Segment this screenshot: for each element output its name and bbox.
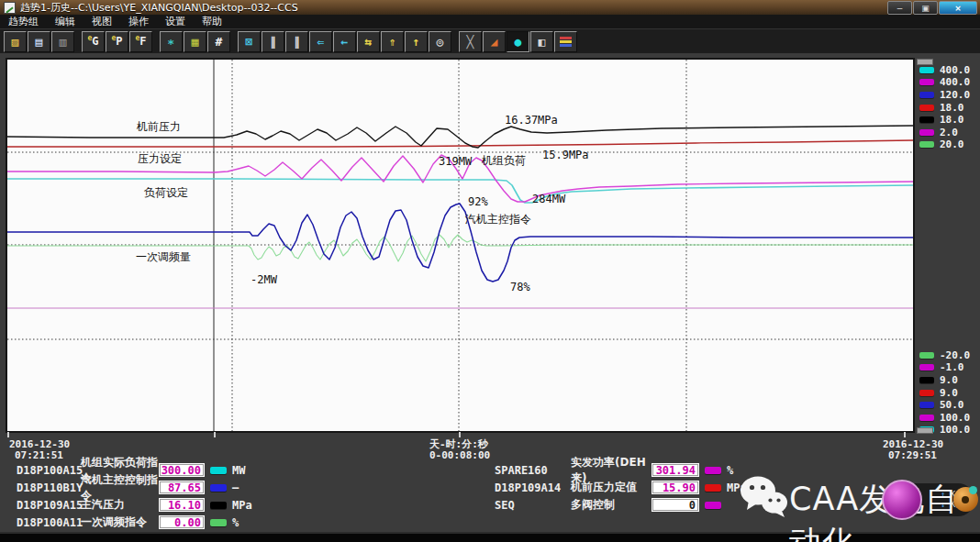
marker-button[interactable]: ◢ xyxy=(483,31,506,52)
legend-scale-value: 120.0 xyxy=(940,89,970,101)
next-page-button[interactable]: ↑ xyxy=(405,31,428,52)
legend-swatch xyxy=(919,105,934,111)
print-button[interactable]: ▥ xyxy=(51,31,74,52)
color-stripe xyxy=(560,37,572,39)
page-left-button[interactable]: ⇐ xyxy=(309,31,332,52)
legend-scale-value: 400.0 xyxy=(940,76,970,88)
group-p-button[interactable]: eP xyxy=(106,31,128,52)
tag-value-box: 301.94 xyxy=(651,463,699,477)
legend-scale-row: -20.0 xyxy=(919,349,970,361)
network-icon: ∗ xyxy=(168,36,175,48)
open-trend-button[interactable]: ▨ xyxy=(4,31,27,52)
pen-edit-button[interactable]: ╳ xyxy=(459,31,482,52)
menu-bar: 趋势组编辑视图操作设置帮助 xyxy=(0,15,980,28)
legend-scale-row: 100.0 xyxy=(919,412,970,424)
expand-x-button[interactable]: ∥ xyxy=(285,31,308,52)
tag-name: D18P110B1Y xyxy=(17,481,81,494)
time-axis-tick xyxy=(904,432,906,437)
menu-item-1[interactable]: 编辑 xyxy=(47,15,84,28)
floating-ball-icon[interactable] xyxy=(882,480,922,520)
trend-curves[interactable] xyxy=(7,60,913,431)
value-annotation: 汽机主控指令 xyxy=(465,212,531,227)
close-button[interactable]: × xyxy=(939,1,977,15)
network-button[interactable]: ∗ xyxy=(160,31,183,52)
tag-unit: MW xyxy=(232,464,245,477)
tag-row: D18P110B1Y汽机主控控制指令87.65– xyxy=(17,479,252,496)
tag-name: D18P109A15 xyxy=(17,499,81,512)
axis-end-timestamp: 2016-12-30 07:29:51 xyxy=(883,439,943,461)
legend-swatch xyxy=(919,92,934,98)
record-toggle-icon: ● xyxy=(515,36,522,48)
menu-item-4[interactable]: 设置 xyxy=(157,15,194,28)
compress-x-button[interactable]: ∥ xyxy=(262,31,284,52)
tag-color-swatch xyxy=(210,519,227,526)
tag-value-box: 0 xyxy=(651,498,699,512)
trend-history-window: 趋势1-历史--C:\Users\YE_XIANGQIAN\Desktop--0… xyxy=(0,0,980,542)
next-page-icon: ↑ xyxy=(413,36,420,48)
value-annotation: 15.9MPa xyxy=(542,149,589,161)
tag-row: SPARE160实发功率(DEH来)301.94% xyxy=(495,461,747,479)
legend-scale-row: 2.0 xyxy=(919,127,970,138)
legend-scale-row: 50.0 xyxy=(919,399,970,411)
grid-toggle-button[interactable]: # xyxy=(207,31,230,52)
legend-scale-value: 20.0 xyxy=(940,138,964,150)
assistive-ball-icon[interactable] xyxy=(953,487,978,512)
save-button[interactable]: ▤ xyxy=(28,31,50,52)
page-up-button[interactable]: ⇑ xyxy=(381,31,404,52)
zoom-box-button[interactable]: ⊠ xyxy=(238,31,261,52)
legend-scrollbar-bottom[interactable] xyxy=(917,427,933,434)
value-annotation: 16.37MPa xyxy=(505,114,558,127)
pen-edit-icon: ╳ xyxy=(467,36,474,48)
legend-scale-row: 400.0 xyxy=(919,77,970,89)
tag-description: 机前压力定值 xyxy=(571,480,651,495)
menu-item-0[interactable]: 趋势组 xyxy=(0,15,47,28)
tag-color-swatch xyxy=(705,502,721,509)
legend-scale-value: 18.0 xyxy=(940,114,964,126)
menu-item-2[interactable]: 视图 xyxy=(84,15,120,28)
curve-label: 机前压力 xyxy=(137,119,181,135)
display-button[interactable]: ▦ xyxy=(184,31,206,52)
legend-scale-value: 9.0 xyxy=(940,387,958,399)
tag-value-box: 16.10 xyxy=(159,498,205,512)
letter-glyph: F xyxy=(139,36,146,47)
app-icon xyxy=(4,2,16,14)
legend-swatch xyxy=(919,377,934,383)
tag-description: 一次调频指令 xyxy=(81,514,159,530)
value-annotation: 284MW xyxy=(532,193,565,205)
tag-row: D18P109A15主汽压力16.10MPa xyxy=(17,496,252,514)
legend-swatch xyxy=(919,364,934,371)
legend-scale-value: 400.0 xyxy=(940,64,970,76)
menu-item-5[interactable]: 帮助 xyxy=(194,15,230,28)
tag-unit: % xyxy=(232,516,239,529)
group-g-button[interactable]: eG xyxy=(82,31,105,52)
tag-color-swatch xyxy=(705,484,721,492)
tag-name: D18P100A11 xyxy=(17,516,81,529)
trend-plot-area[interactable]: 机前压力压力设定负荷设定一次调频量16.37MPa15.9MPa319MW机组负… xyxy=(6,58,915,433)
zoom-box-icon: ⊠ xyxy=(246,36,253,48)
panel-layout-button[interactable]: ◧ xyxy=(530,31,553,52)
title-bar[interactable]: 趋势1-历史--C:\Users\YE_XIANGQIAN\Desktop--0… xyxy=(0,0,980,15)
prev-page-button[interactable]: ← xyxy=(333,31,356,52)
menu-item-3[interactable]: 操作 xyxy=(120,15,157,28)
refresh-button[interactable]: ◎ xyxy=(429,31,451,52)
scale-legend-bottom: -20.0-1.09.09.050.0100.0100.0 xyxy=(919,349,970,436)
restore-button[interactable]: ▣ xyxy=(913,1,938,15)
curve-label: 压力设定 xyxy=(138,151,182,167)
legend-scale-value: -1.0 xyxy=(940,361,964,373)
legend-swatch xyxy=(919,415,934,421)
refresh-icon: ◎ xyxy=(437,36,444,48)
group-f-button[interactable]: eF xyxy=(129,31,152,52)
legend-scale-value: 2.0 xyxy=(940,127,958,138)
value-annotation: 机组负荷 xyxy=(482,153,526,169)
tag-description: 多阀控制 xyxy=(571,497,651,513)
record-toggle-button[interactable]: ● xyxy=(507,31,529,52)
legend-scale-row: 20.0 xyxy=(919,139,970,151)
tag-value-box: 0.00 xyxy=(159,515,205,529)
colors-button[interactable] xyxy=(554,31,577,52)
legend-swatch xyxy=(919,402,934,408)
legend-scrollbar-top[interactable] xyxy=(917,59,933,65)
legend-scale-row: 9.0 xyxy=(919,387,970,399)
tag-name: SEQ xyxy=(495,499,571,512)
minimize-button[interactable]: − xyxy=(887,1,912,15)
jump-page-button[interactable]: ⇆ xyxy=(357,31,380,52)
